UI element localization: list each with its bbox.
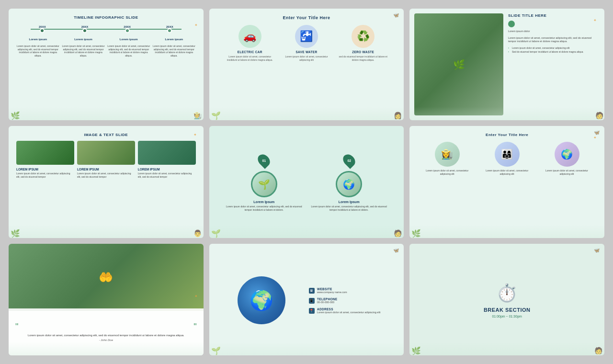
slide-8-right: 🖥 Website www.company name.com 📱 Telepho…	[306, 250, 396, 351]
break-clock-icon: ⏱️	[496, 283, 518, 303]
contact-telephone-content: Telephone 00-00-000-000	[317, 297, 337, 304]
contact-telephone: 📱 Telephone 00-00-000-000	[309, 297, 396, 304]
image-thumb-2	[77, 141, 135, 165]
deco-person-4: 👨	[193, 229, 202, 237]
img-col-1: Lorem ipsum Lorem ipsum dolor sit amet, …	[16, 168, 74, 178]
map-point-1: 01 🌱 Lorem Ipsum Lorem ipsum dolor sit a…	[226, 154, 303, 212]
deco-star-7: ✦	[194, 294, 198, 298]
slide-contact: 🌍 🖥 Website www.company name.com 📱 Telep…	[209, 244, 404, 355]
slides-grid: TIMELINE INFOGRAPHIC SLIDE 20XX 20XX 20X…	[0, 0, 613, 364]
close-quote-icon: "	[193, 322, 196, 331]
slide-image-text: IMAGE & TEXT SLIDE Lorem ipsum Lorem ips…	[9, 126, 204, 238]
green-dot-icon	[508, 21, 515, 27]
bullet-item-1: Lorem ipsum dolor sit amet, consectetur …	[508, 46, 600, 50]
timeline-row: 20XX 20XX 20XX 20XX	[21, 25, 191, 33]
contact-address-content: Address Lorem ipsum dolor sit amet, cons…	[317, 307, 380, 314]
person-col-1: 👩‍🌾 Lorem ipsum dolor sit amet, consecte…	[420, 142, 474, 233]
zero-waste-icon: ♻️	[352, 25, 375, 48]
deco-butterfly-9: 🦋	[594, 248, 600, 253]
contact-website-content: Website www.company name.com	[317, 287, 347, 294]
map-circle-1: 🌱	[251, 171, 277, 197]
deco-plant-6: 🌿	[411, 229, 421, 238]
image-placeholder-3: 🌿	[414, 13, 503, 115]
slide-2-title: Enter Your Title Here	[217, 15, 397, 20]
slide-icons: Enter Your Title Here 🚗 Electric Car Lor…	[209, 9, 404, 120]
deco-star-3: ✦	[593, 18, 597, 23]
images-row	[16, 141, 196, 165]
slide-break: ⏱️ Break Section 01:00pm ~ 01:30pm 🌿 🧑 🦋	[409, 244, 604, 355]
save-water-icon: 🚰	[295, 25, 318, 48]
slide-4-title: IMAGE & TEXT SLIDE	[16, 133, 196, 137]
deco-plant-8: 🌱	[211, 346, 221, 355]
address-icon: 📍	[309, 308, 315, 314]
icon-item-water: 🚰 Save Water Lorem ipsum dolor sit amet,…	[281, 25, 332, 62]
person-col-2: 👨‍👩‍👧 Lorem ipsum dolor sit amet, consec…	[480, 142, 534, 233]
slide-quote: 🤲 " " Lorem ipsum dolor sit amet, consec…	[9, 244, 204, 355]
deco-star-6: ✦	[593, 136, 597, 140]
website-icon: 🖥	[309, 288, 315, 294]
deco-plant-9: 🌿	[411, 346, 421, 355]
map-points-row: 01 🌱 Lorem Ipsum Lorem ipsum dolor sit a…	[217, 133, 397, 233]
map-pin-1: 01	[256, 152, 272, 169]
electric-car-icon: 🚗	[238, 25, 261, 48]
deco-star-1: ✦	[194, 23, 198, 27]
deco-person-2: 👩	[394, 112, 402, 119]
slide-7-photo: 🤲	[9, 244, 204, 311]
slide-people: Enter Your Title Here 👩‍🌾 Lorem ipsum do…	[409, 126, 604, 238]
deco-person-9: 🧑	[594, 347, 602, 354]
icon-item-car: 🚗 Electric Car Lorem ipsum dolor sit ame…	[225, 25, 275, 62]
deco-person-1: 🧑‍🌾	[193, 112, 202, 119]
map-pin-2: 02	[341, 152, 357, 169]
deco-plant-5: 🌱	[211, 229, 221, 238]
slide-timeline: TIMELINE INFOGRAPHIC SLIDE 20XX 20XX 20X…	[9, 9, 204, 120]
slide-map-points: 01 🌱 Lorem Ipsum Lorem ipsum dolor sit a…	[209, 126, 404, 238]
timeline-node-1	[40, 28, 45, 33]
slide-8-left: 🌍	[217, 250, 306, 351]
map-point-2: 02 🌍 Lorem Ipsum Lorem ipsum dolor sit a…	[311, 154, 387, 212]
person-icon-3: 🌍	[555, 142, 579, 167]
bullet-list-3: Lorem ipsum dolor sit amet, consectetur …	[508, 46, 600, 54]
slide-3-title: SLIDE TITLE HERE	[508, 13, 600, 18]
timeline-node-3	[125, 28, 130, 33]
break-title: Break Section	[484, 307, 531, 313]
bullet-item-2: Sed do eiusmod tempor incididunt ut labo…	[508, 50, 600, 54]
quote-text: Lorem ipsum dolor sit amet, consectetur …	[15, 333, 197, 338]
deco-butterfly-2: 🦋	[393, 12, 399, 18]
slide-1-title: TIMELINE INFOGRAPHIC SLIDE	[16, 15, 196, 20]
map-circle-2: 🌍	[336, 171, 362, 197]
person-icon-2: 👨‍👩‍👧	[495, 142, 520, 167]
img-col-2: Lorem ipsum Lorem ipsum dolor sit amet, …	[77, 168, 135, 178]
slide-3-content: SLIDE TITLE HERE Lorem ipsum dolor Lorem…	[503, 13, 600, 115]
break-time: 01:00pm ~ 01:30pm	[492, 315, 522, 318]
slide-6-title: Enter Your Title Here	[417, 133, 597, 137]
deco-plant-1: 🌿	[11, 111, 20, 120]
slide-3-description: Lorem ipsum dolor sit amet, consectetur …	[508, 36, 600, 44]
deco-plant-2: 🌱	[211, 111, 221, 120]
quote-author: - John Doe	[15, 339, 197, 341]
image-thumb-3	[138, 141, 196, 165]
open-quote-icon: "	[15, 322, 18, 331]
img-col-3: Lorem ipsum Lorem ipsum dolor sit amet, …	[138, 168, 196, 178]
contact-website: 🖥 Website www.company name.com	[309, 287, 396, 294]
deco-star-4: ✦	[193, 133, 197, 137]
icon-item-waste: ♻️ Zero Waste sed do eiusmod tempor inci…	[338, 25, 388, 62]
deco-plant-4: 🌿	[11, 229, 20, 238]
slide-3-subtitle: Lorem ipsum dolor	[508, 30, 600, 34]
icons-row: 🚗 Electric Car Lorem ipsum dolor sit ame…	[217, 25, 397, 115]
image-thumb-1	[16, 141, 74, 165]
people-row: 👩‍🌾 Lorem ipsum dolor sit amet, consecte…	[417, 142, 597, 233]
earth-globe-icon: 🌍	[238, 276, 285, 324]
person-icon-1: 👩‍🌾	[435, 142, 460, 167]
timeline-line	[31, 29, 182, 30]
slide-title-image: 🌿 SLIDE TITLE HERE Lorem ipsum dolor Lor…	[409, 9, 604, 120]
img-labels-row: Lorem ipsum Lorem ipsum dolor sit amet, …	[16, 168, 196, 178]
person-col-3: 🌍 Lorem ipsum dolor sit amet, consectetu…	[540, 142, 593, 233]
contact-address: 📍 Address Lorem ipsum dolor sit amet, co…	[309, 307, 396, 314]
timeline-node-2	[82, 28, 87, 33]
slide-7-quote-section: " " Lorem ipsum dolor sit amet, consecte…	[9, 308, 204, 355]
telephone-icon: 📱	[309, 298, 315, 304]
deco-butterfly-8: 🦋	[393, 248, 399, 253]
slide-3-image: 🌿	[414, 13, 503, 115]
deco-butterfly-6: 🦋	[594, 130, 600, 135]
deco-person-3: 🧑	[595, 112, 603, 119]
